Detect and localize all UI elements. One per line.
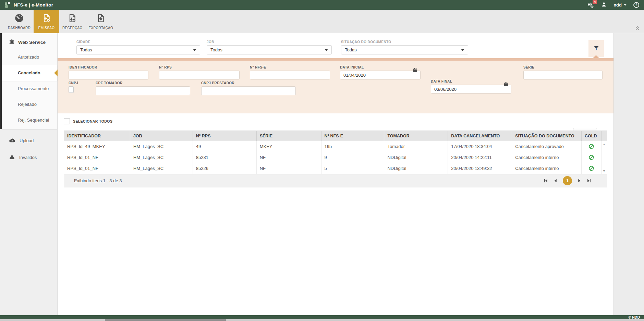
column-header-3[interactable]: Nº RPS	[193, 131, 256, 141]
calendar-icon[interactable]	[413, 67, 418, 73]
next-page-button[interactable]	[577, 178, 582, 183]
user-menu[interactable]: ndd	[613, 2, 627, 8]
sidebar-item-processamento[interactable]: Processamento	[0, 81, 57, 97]
cidade-select[interactable]: Todas	[76, 45, 200, 54]
cell: 195	[321, 141, 384, 152]
job-label: JOB	[207, 40, 332, 44]
tab-label: EMISSÃO	[38, 26, 55, 30]
main-toolbar: DASHBOARD EMISSÃO	[0, 10, 644, 33]
scroll-up-icon[interactable]: ▲	[603, 143, 606, 146]
situacao-label: SITUAÇÃO DO DOCUMENTO	[341, 40, 468, 44]
horizontal-scrollbar[interactable]	[0, 319, 644, 321]
cell: 20/04/2020 13:49:32	[448, 163, 512, 174]
job-value: Todos	[210, 47, 222, 52]
table-row[interactable]: RPS_Id_01_NFHM_Lages_SC85231NF9NDDigital…	[64, 152, 607, 163]
calendar-icon[interactable]	[503, 82, 509, 87]
previous-page-button[interactable]	[553, 178, 558, 183]
tab-dashboard[interactable]: DASHBOARD	[5, 10, 34, 33]
sidebar-item-invalidos[interactable]: Inválidos	[0, 149, 57, 166]
data-inicial-label: DATA INICIAL	[340, 65, 421, 69]
table-row[interactable]: RPS_Id_49_MKEYHM_Lages_SC49MKEY195Tomado…	[64, 141, 607, 152]
n-nfse-input[interactable]	[250, 71, 330, 79]
cnpj-prestador-input[interactable]	[201, 86, 296, 95]
bottom-bar: © NDD	[0, 315, 644, 319]
column-header-8[interactable]: SITUAÇÃO DO DOCUMENTO	[512, 131, 581, 141]
scroll-down-icon[interactable]: ▼	[603, 169, 606, 173]
cell: Cancelamento interno	[512, 152, 581, 163]
cell: Tomador	[384, 141, 448, 152]
sidebar-scrollbar[interactable]	[0, 33, 2, 129]
gears-icon	[587, 4, 594, 10]
cancel-slash-icon[interactable]	[581, 163, 601, 174]
sidebar-item-rej-sequencial[interactable]: Rej. Sequencial	[0, 112, 57, 128]
topbar: NFS-e | e-Monitor 4	[0, 0, 644, 10]
n-rps-input[interactable]	[159, 71, 240, 79]
sidebar-item-label: Inválidos	[19, 155, 37, 160]
sidebar-section-label: Web Service	[18, 40, 46, 45]
cell: Cancelamento interno	[512, 163, 581, 174]
funnel-icon	[593, 45, 599, 52]
cancel-slash-icon[interactable]	[581, 152, 601, 163]
sidebar: Web Service Autorizado Cancelado Process…	[0, 33, 58, 315]
identificador-label: IDENTIFICADOR	[69, 65, 148, 69]
document-download-icon	[96, 13, 106, 24]
select-all-label: SELECIONAR TODOS	[73, 119, 112, 123]
select-all-checkbox[interactable]	[64, 118, 70, 124]
warning-triangle-icon	[9, 154, 15, 161]
column-header-2[interactable]: JOB	[130, 131, 193, 141]
column-header-5[interactable]: Nº NFS-E	[321, 131, 384, 141]
user-icon[interactable]	[601, 2, 607, 9]
last-page-button[interactable]	[587, 178, 591, 183]
sidebar-item-cancelado[interactable]: Cancelado	[0, 65, 57, 81]
table-row[interactable]: RPS_Id_01_NFHM_Lages_SC85226NF5NDDigital…	[64, 163, 607, 174]
sidebar-item-autorizado[interactable]: Autorizado	[0, 49, 57, 65]
column-header-4[interactable]: SÉRIE	[256, 131, 321, 141]
column-header-9[interactable]: COLD	[581, 131, 601, 141]
cell: RPS_Id_01_NF	[64, 163, 130, 174]
cloud-upload-icon	[9, 137, 15, 144]
horizontal-scrollbar-thumb[interactable]	[105, 319, 226, 321]
cnpj-checkbox[interactable]	[69, 86, 74, 93]
cell: RPS_Id_01_NF	[64, 152, 130, 163]
copyright-text: © NDD	[629, 315, 640, 319]
column-header-6[interactable]: TOMADOR	[384, 131, 448, 141]
cell: HM_Lages_SC	[130, 141, 193, 152]
right-gutter	[613, 33, 644, 315]
cell: 85226	[193, 163, 256, 174]
tab-exportacao[interactable]: EXPORTAÇÃO	[86, 10, 117, 33]
n-rps-label: N° RPS	[159, 65, 240, 69]
situacao-select[interactable]: Todas	[341, 45, 468, 54]
tab-emissao[interactable]: EMISSÃO	[34, 10, 59, 33]
sidebar-item-upload[interactable]: Upload	[0, 132, 57, 149]
job-select[interactable]: Todos	[207, 45, 332, 54]
main-content: CIDADE Todas JOB Todos SITUAÇÃO DO DOCUM…	[58, 33, 613, 315]
sidebar-item-rejeitado[interactable]: Rejeitado	[0, 97, 57, 112]
table-header: IDENTIFICADORJOBNº RPSSÉRIENº NFS-ETOMAD…	[64, 131, 607, 141]
tab-recepcao[interactable]: RECEPÇÃO	[59, 10, 86, 33]
data-final-input[interactable]	[431, 85, 511, 94]
serie-input[interactable]	[523, 71, 603, 79]
tab-label: EXPORTAÇÃO	[89, 26, 113, 30]
column-header-7[interactable]: DATA CANCELAMENTO	[448, 131, 512, 141]
cell: 5	[321, 163, 384, 174]
identificador-input[interactable]	[69, 71, 148, 79]
cell: RPS_Id_49_MKEY	[64, 141, 130, 152]
cell: 9	[321, 152, 384, 163]
double-chevron-up-icon[interactable]	[635, 25, 640, 32]
cancel-slash-icon[interactable]	[581, 141, 601, 152]
column-header-1[interactable]: IDENTIFICADOR	[64, 131, 130, 141]
settings-button[interactable]: 4	[587, 2, 594, 9]
items-count-text: Exibindo itens 1 - 3 de 3	[64, 178, 122, 183]
cpf-tomador-input[interactable]	[96, 86, 190, 95]
help-icon[interactable]: ?	[633, 2, 639, 8]
sidebar-item-label: Upload	[20, 138, 34, 143]
app-logo	[5, 2, 11, 8]
current-page-button[interactable]: 1	[563, 176, 572, 185]
filter-toggle-button[interactable]	[588, 40, 604, 57]
cell: 85231	[193, 152, 256, 163]
tab-label: RECEPÇÃO	[62, 26, 83, 30]
caret-down-icon	[325, 49, 328, 51]
first-page-button[interactable]	[544, 178, 548, 183]
data-inicial-input[interactable]	[340, 71, 421, 79]
document-down-check-icon	[68, 13, 77, 24]
